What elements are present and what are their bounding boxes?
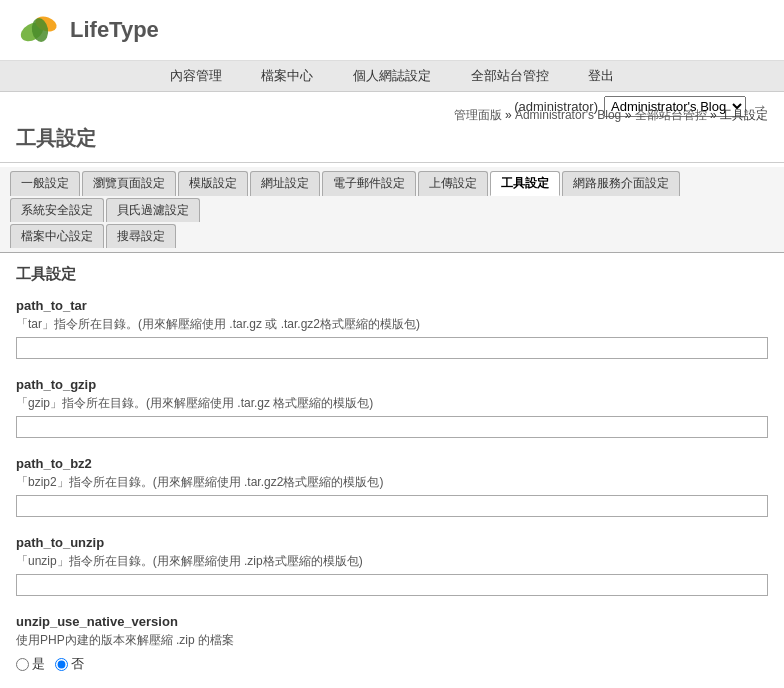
input-path-to-bz2[interactable]	[16, 495, 768, 517]
logo-text: LifeType	[70, 17, 159, 43]
input-path-to-unzip[interactable]	[16, 574, 768, 596]
title-divider	[0, 162, 784, 163]
input-path-to-gzip[interactable]	[16, 416, 768, 438]
field-path-to-unzip: path_to_unzip 「unzip」指令所在目錄。(用來解壓縮使用 .zi…	[16, 535, 768, 596]
field-name-bz2: path_to_bz2	[16, 456, 768, 471]
field-desc-gzip: 「gzip」指令所在目錄。(用來解壓縮使用 .tar.gz 格式壓縮的模版包)	[16, 395, 768, 412]
nav-logout[interactable]: 登出	[588, 68, 614, 83]
tab-bayes[interactable]: 貝氏過濾設定	[106, 198, 200, 222]
tab-tools[interactable]: 工具設定	[490, 171, 560, 196]
radio-no[interactable]: 否	[55, 655, 84, 673]
tabs-area: 一般設定 瀏覽頁面設定 模版設定 網址設定 電子郵件設定 上傳設定 工具設定 網…	[0, 167, 784, 253]
nav-files[interactable]: 檔案中心	[261, 68, 313, 83]
field-unzip-native: unzip_use_native_version 使用PHP內建的版本來解壓縮 …	[16, 614, 768, 673]
field-name-unzip: path_to_unzip	[16, 535, 768, 550]
tab-template[interactable]: 模版設定	[178, 171, 248, 196]
tab-security[interactable]: 系統安全設定	[10, 198, 104, 222]
top-nav: 內容管理 檔案中心 個人網誌設定 全部站台管控 登出	[0, 61, 784, 92]
breadcrumb: 管理面版 » Administrator's Blog » 全部站台管控 » 工…	[454, 107, 768, 124]
radio-yes-input[interactable]	[16, 658, 29, 671]
breadcrumb-sitecontrol[interactable]: 全部站台管控	[635, 108, 707, 122]
tabs-row1: 一般設定 瀏覽頁面設定 模版設定 網址設定 電子郵件設定 上傳設定 工具設定 網…	[10, 167, 774, 222]
tab-network[interactable]: 網路服務介面設定	[562, 171, 680, 196]
breadcrumb-home[interactable]: 管理面版	[454, 108, 502, 122]
nav-sitecontrol[interactable]: 全部站台管控	[471, 68, 549, 83]
field-desc-bz2: 「bzip2」指令所在目錄。(用來解壓縮使用 .tar.gz2格式壓縮的模版包)	[16, 474, 768, 491]
field-path-to-gzip: path_to_gzip 「gzip」指令所在目錄。(用來解壓縮使用 .tar.…	[16, 377, 768, 438]
tab-search[interactable]: 搜尋設定	[106, 224, 176, 248]
breadcrumb-blog[interactable]: Administrator's Blog	[515, 108, 621, 122]
radio-no-input[interactable]	[55, 658, 68, 671]
tabs-row2: 檔案中心設定 搜尋設定	[10, 222, 774, 252]
input-path-to-tar[interactable]	[16, 337, 768, 359]
breadcrumb-current: 工具設定	[720, 108, 768, 122]
field-path-to-tar: path_to_tar 「tar」指令所在目錄。(用來解壓縮使用 .tar.gz…	[16, 298, 768, 359]
tab-url[interactable]: 網址設定	[250, 171, 320, 196]
tab-filecenter[interactable]: 檔案中心設定	[10, 224, 104, 248]
page-title: 工具設定	[16, 125, 96, 152]
tab-email[interactable]: 電子郵件設定	[322, 171, 416, 196]
page-title-area: 工具設定 管理面版 » Administrator's Blog » 全部站台管…	[0, 121, 784, 158]
nav-content[interactable]: 內容管理	[170, 68, 222, 83]
logo[interactable]: LifeType	[16, 10, 159, 50]
radio-no-label: 否	[71, 655, 84, 673]
field-name-gzip: path_to_gzip	[16, 377, 768, 392]
tab-general[interactable]: 一般設定	[10, 171, 80, 196]
radio-group-unzip-native: 是 否	[16, 655, 768, 673]
tab-upload[interactable]: 上傳設定	[418, 171, 488, 196]
field-path-to-bz2: path_to_bz2 「bzip2」指令所在目錄。(用來解壓縮使用 .tar.…	[16, 456, 768, 517]
section-title: 工具設定	[16, 265, 768, 284]
nav-personal[interactable]: 個人網誌設定	[353, 68, 431, 83]
field-desc-unzip: 「unzip」指令所在目錄。(用來解壓縮使用 .zip格式壓縮的模版包)	[16, 553, 768, 570]
header: LifeType	[0, 0, 784, 61]
logo-icon	[16, 10, 64, 50]
field-name-unzip-native: unzip_use_native_version	[16, 614, 768, 629]
main-content: 工具設定 path_to_tar 「tar」指令所在目錄。(用來解壓縮使用 .t…	[0, 253, 784, 688]
tab-browse[interactable]: 瀏覽頁面設定	[82, 171, 176, 196]
radio-yes[interactable]: 是	[16, 655, 45, 673]
field-desc-tar: 「tar」指令所在目錄。(用來解壓縮使用 .tar.gz 或 .tar.gz2格…	[16, 316, 768, 333]
radio-yes-label: 是	[32, 655, 45, 673]
field-name-tar: path_to_tar	[16, 298, 768, 313]
field-desc-unzip-native: 使用PHP內建的版本來解壓縮 .zip 的檔案	[16, 632, 768, 649]
